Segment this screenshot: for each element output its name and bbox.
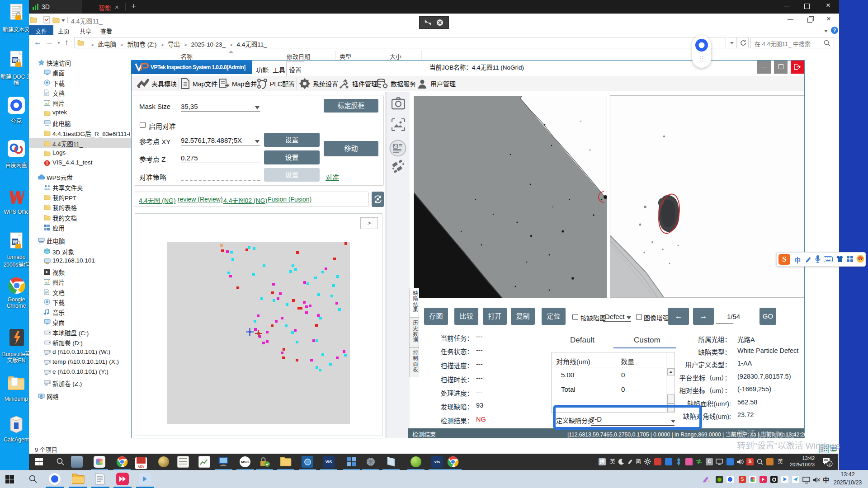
- svg-text:2: 2: [828, 462, 830, 466]
